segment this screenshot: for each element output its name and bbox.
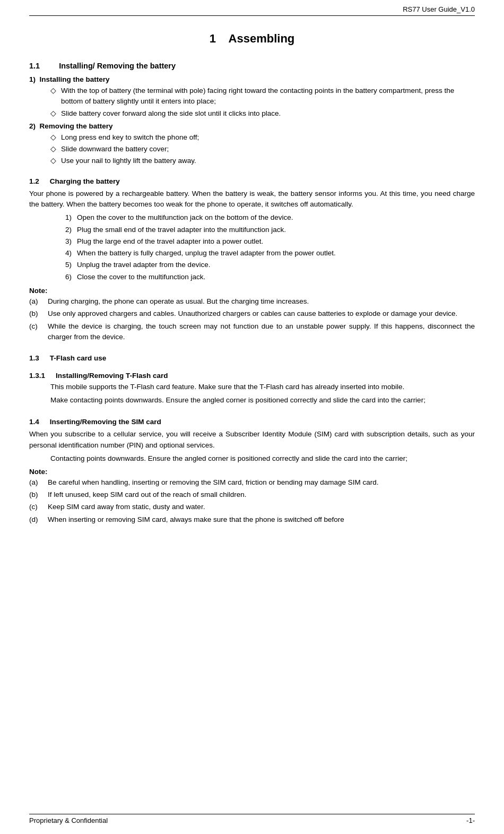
installing-battery-heading: 1) Installing the battery [29,75,475,83]
section-1-4-heading: 1.4 Inserting/Removing the SIM card [29,418,475,426]
list-item: 4)When the battery is fully charged, unp… [61,248,475,259]
footer-left: Proprietary & Confidential [29,816,108,824]
note-d: (d) When inserting or removing SIM card,… [29,514,475,525]
note-a: (a) During charging, the phone can opera… [29,296,475,307]
section-1-2-notes: Note: (a) During charging, the phone can… [29,286,475,342]
section-1-3-1-heading: 1.3.1 Installing/Removing T-Flash card [29,372,475,380]
removing-battery-heading: 2) Removing the battery [29,122,475,130]
chapter-title: 1 Assembling [29,32,475,46]
page-footer: Proprietary & Confidential -1- [29,814,475,824]
list-item: Slide battery cover forward along the si… [50,108,475,119]
note-b: (b) Use only approved chargers and cable… [29,308,475,319]
list-item: Slide downward the battery cover; [50,144,475,154]
list-item: 2)Plug the small end of the travel adapt… [61,225,475,235]
list-item: Use your nail to lightly lift the batter… [50,156,475,166]
note-b: (b) If left unused, keep SIM card out of… [29,489,475,500]
list-item: With the top of battery (the terminal wi… [50,85,475,107]
note-c: (c) While the device is charging, the to… [29,321,475,343]
section-1-1-heading: 1.1 Installing/ Removing the battery [29,62,475,70]
installing-battery-list: With the top of battery (the terminal wi… [50,85,475,119]
list-item: 5)Unplug the travel adapter from the dev… [61,260,475,270]
list-item: 3)Plug the large end of the travel adapt… [61,236,475,247]
header-text: RS77 User Guide_V1.0 [403,5,475,13]
removing-battery-list: Long press end key to switch the phone o… [50,132,475,167]
section-1-3-1-body1: This mobile supports the T-Flash card fe… [50,382,475,393]
note-c: (c) Keep SIM card away from static, dust… [29,502,475,512]
note-a: (a) Be careful when handling, inserting … [29,477,475,488]
section-1-4-body2: Contacting points downwards. Ensure the … [50,453,475,465]
list-item: 6)Close the cover to the multifunction j… [61,272,475,282]
list-item: 1)Open the cover to the multifunction ja… [61,212,475,223]
footer-right: -1- [466,816,475,824]
section-1-2-body: Your phone is powered by a rechargeable … [29,188,475,211]
section-1-4-notes: Note: (a) Be careful when handling, inse… [29,467,475,525]
list-item: Long press end key to switch the phone o… [50,132,475,143]
section-1-2-heading: 1.2 Charging the battery [29,177,475,185]
section-1-4-body1: When you subscribe to a cellular service… [29,429,475,451]
section-1-3-heading: 1.3 T-Flash card use [29,354,475,362]
charging-steps-list: 1)Open the cover to the multifunction ja… [61,212,475,282]
section-1-3-1-body2: Make contacting points downwards. Ensure… [50,395,475,406]
document-header: RS77 User Guide_V1.0 [29,5,475,16]
